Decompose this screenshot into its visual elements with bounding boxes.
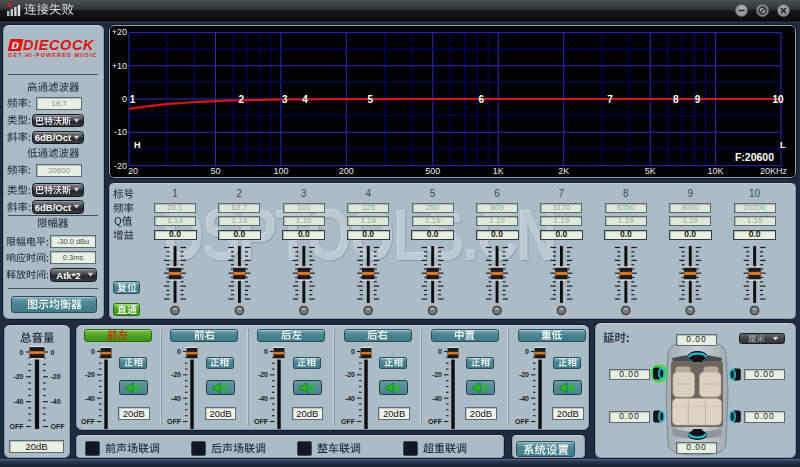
svg-text:100: 100 — [273, 166, 288, 176]
svg-text:-20: -20 — [432, 371, 442, 378]
svg-text:5: 5 — [368, 94, 374, 105]
svg-text:6: 6 — [478, 94, 484, 105]
svg-text:-40: -40 — [171, 395, 181, 402]
svg-text:-40: -40 — [432, 395, 442, 402]
svg-text:200: 200 — [339, 166, 354, 176]
svg-text:OFF: OFF — [167, 418, 182, 425]
svg-text:-20: -20 — [171, 371, 181, 378]
svg-text:5K: 5K — [645, 166, 656, 176]
svg-text:0: 0 — [438, 348, 442, 355]
svg-text:10K: 10K — [708, 166, 724, 176]
svg-text:-40: -40 — [13, 398, 23, 405]
svg-text:0: 0 — [177, 348, 181, 355]
svg-text:2K: 2K — [558, 166, 569, 176]
svg-text:0: 0 — [20, 349, 24, 356]
svg-text:-40: -40 — [51, 398, 61, 405]
svg-text:OFF: OFF — [515, 418, 530, 425]
svg-text:4: 4 — [302, 94, 308, 105]
svg-text:-20: -20 — [114, 161, 127, 171]
svg-text:+20: +20 — [112, 27, 127, 37]
svg-text:L: L — [780, 140, 786, 150]
svg-text:OFF: OFF — [341, 418, 356, 425]
svg-text:9: 9 — [695, 94, 701, 105]
svg-text:7: 7 — [607, 94, 613, 105]
svg-text:10: 10 — [772, 94, 784, 105]
svg-text:-20: -20 — [84, 371, 94, 378]
svg-text:0: 0 — [525, 348, 529, 355]
svg-text:1K: 1K — [493, 166, 504, 176]
svg-text:OFF: OFF — [81, 418, 96, 425]
svg-text:-10: -10 — [114, 127, 127, 137]
svg-text:+10: +10 — [112, 61, 127, 71]
svg-text:500: 500 — [425, 166, 440, 176]
svg-text:-20: -20 — [258, 371, 268, 378]
svg-text:2: 2 — [239, 94, 245, 105]
svg-text:F:20600: F:20600 — [735, 151, 774, 163]
svg-text:-40: -40 — [84, 395, 94, 402]
svg-text:OFF: OFF — [10, 423, 25, 430]
svg-text:1: 1 — [130, 94, 136, 105]
svg-text:0: 0 — [122, 94, 127, 104]
svg-text:0: 0 — [351, 348, 355, 355]
svg-text:OFF: OFF — [51, 423, 66, 430]
svg-text:-20: -20 — [13, 373, 23, 380]
svg-text:0: 0 — [91, 348, 95, 355]
svg-text:0: 0 — [51, 349, 55, 356]
svg-text:-40: -40 — [258, 395, 268, 402]
svg-text:3: 3 — [282, 94, 288, 105]
svg-text:8: 8 — [673, 94, 679, 105]
svg-text:-40: -40 — [345, 395, 355, 402]
svg-text:-20: -20 — [518, 371, 528, 378]
svg-text:50: 50 — [210, 166, 220, 176]
svg-text:OFF: OFF — [254, 418, 269, 425]
svg-text:-20: -20 — [345, 371, 355, 378]
svg-text:OFF: OFF — [428, 418, 443, 425]
svg-text:0: 0 — [264, 348, 268, 355]
svg-text:-40: -40 — [518, 395, 528, 402]
svg-text:20: 20 — [128, 166, 138, 176]
svg-text:20KHz: 20KHz — [760, 166, 788, 176]
svg-text:-20: -20 — [51, 373, 61, 380]
svg-text:H: H — [134, 140, 141, 150]
